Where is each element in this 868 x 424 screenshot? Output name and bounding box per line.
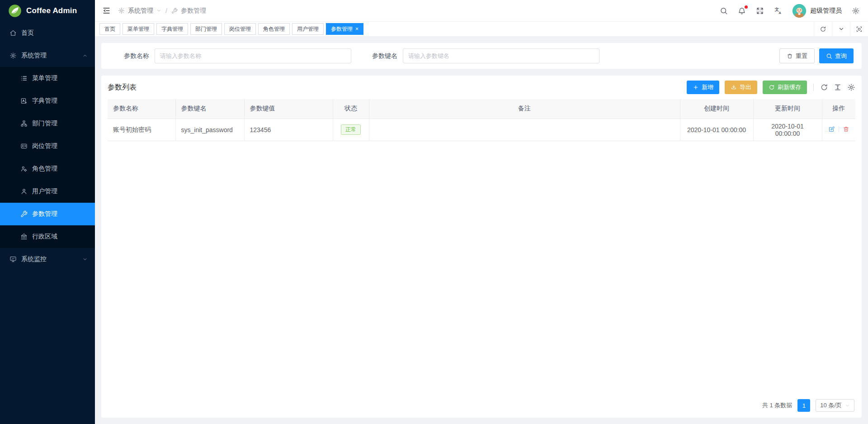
- sidebar-item-system[interactable]: 系统管理: [0, 44, 95, 67]
- refresh-icon: [820, 83, 828, 91]
- sidebar-item-param-mgmt[interactable]: 参数管理: [0, 203, 95, 225]
- user-menu[interactable]: 超级管理员: [793, 4, 842, 18]
- sidebar-item-label: 角色管理: [32, 165, 57, 173]
- refresh-icon: [769, 84, 775, 91]
- sidebar-item-region[interactable]: 行政区域: [0, 225, 95, 248]
- sidebar-item-label: 系统管理: [21, 52, 47, 60]
- sidebar-item-post-mgmt[interactable]: 岗位管理: [0, 135, 95, 157]
- cell-remark: [369, 119, 680, 141]
- page-button-1[interactable]: 1: [797, 399, 810, 412]
- tab-label: 字典管理: [161, 25, 183, 33]
- tab-dept-mgmt[interactable]: 部门管理: [190, 23, 222, 35]
- table-settings-button[interactable]: [847, 83, 855, 91]
- tab-role-mgmt[interactable]: 角色管理: [258, 23, 290, 35]
- col-header-status[interactable]: 状态: [333, 99, 369, 119]
- expand-arrows-icon: [756, 7, 764, 15]
- tab-dropdown-button[interactable]: [832, 22, 850, 37]
- chevron-up-icon: [82, 53, 88, 58]
- download-icon: [731, 84, 737, 91]
- sidebar-item-monitor[interactable]: 系统监控: [0, 248, 95, 271]
- topbar-actions: 文A 超级管理员: [720, 4, 860, 18]
- sidebar-collapse-button[interactable]: [102, 6, 111, 15]
- language-button[interactable]: 文A: [774, 6, 783, 15]
- roles-icon: [20, 165, 28, 172]
- param-key-input[interactable]: [403, 48, 599, 63]
- table-row[interactable]: 账号初始密码 sys_init_password 123456 正常 2020-…: [108, 119, 855, 141]
- dictionary-icon: [20, 97, 28, 105]
- add-button[interactable]: 新增: [687, 81, 719, 94]
- cell-status: 正常: [333, 119, 369, 141]
- sidebar-submenu-system: 菜单管理 字典管理 部门管理 岗位管理: [0, 67, 95, 248]
- page-size-value: 10 条/页: [820, 401, 842, 410]
- frame-corners-icon: [856, 26, 863, 33]
- gear-icon: [118, 7, 125, 14]
- sidebar-item-label: 菜单管理: [32, 74, 57, 82]
- tab-menu-mgmt[interactable]: 菜单管理: [123, 23, 154, 35]
- app-logo[interactable]: Coffee Admin: [0, 0, 95, 22]
- col-header-update-time[interactable]: 更新时间: [753, 99, 822, 119]
- tab-post-mgmt[interactable]: 岗位管理: [224, 23, 256, 35]
- search-actions: 重置 查询: [779, 48, 854, 63]
- gear-icon: [847, 83, 855, 91]
- query-button[interactable]: 查询: [819, 48, 854, 63]
- indent-left-icon: [102, 6, 111, 15]
- settings-button[interactable]: [852, 7, 860, 15]
- sidebar-item-menu-mgmt[interactable]: 菜单管理: [0, 67, 95, 90]
- breadcrumb-item-system[interactable]: 系统管理: [128, 7, 153, 15]
- sidebar-item-label: 字典管理: [32, 97, 57, 105]
- user-icon: [20, 188, 28, 195]
- tab-home[interactable]: 首页: [99, 23, 120, 35]
- trash-icon: [787, 53, 793, 59]
- edit-icon: [828, 126, 835, 133]
- breadcrumb: 系统管理 / 参数管理: [118, 7, 206, 15]
- user-name: 超级管理员: [810, 7, 842, 15]
- tab-label: 参数管理: [331, 25, 353, 33]
- col-header-param-name[interactable]: 参数名称: [108, 99, 175, 119]
- sidebar-item-dept-mgmt[interactable]: 部门管理: [0, 112, 95, 135]
- table-toolbar: 新增 导出 刷新缓存: [687, 81, 855, 94]
- col-header-create-time[interactable]: 创建时间: [680, 99, 753, 119]
- status-badge: 正常: [341, 124, 361, 135]
- sidebar-item-dict-mgmt[interactable]: 字典管理: [0, 90, 95, 112]
- tab-dict-mgmt[interactable]: 字典管理: [156, 23, 188, 35]
- sidebar-item-home[interactable]: 首页: [0, 22, 95, 44]
- reset-button-label: 重置: [796, 52, 807, 60]
- app-root: Coffee Admin 首页 系统管理 菜单管理: [0, 0, 868, 424]
- tab-label: 用户管理: [297, 25, 319, 33]
- refresh-cache-button[interactable]: 刷新缓存: [763, 81, 807, 94]
- search-button[interactable]: [720, 7, 728, 15]
- table-density-button[interactable]: [834, 83, 842, 91]
- tab-param-mgmt[interactable]: 参数管理 ×: [326, 23, 363, 35]
- sidebar-item-user-mgmt[interactable]: 用户管理: [0, 180, 95, 203]
- table-refresh-button[interactable]: [820, 83, 828, 91]
- col-header-param-value[interactable]: 参数键值: [244, 99, 333, 119]
- param-name-input[interactable]: [155, 48, 351, 63]
- edit-row-button[interactable]: [828, 126, 835, 133]
- sidebar: Coffee Admin 首页 系统管理 菜单管理: [0, 0, 95, 424]
- org-tree-icon: [20, 120, 28, 127]
- text-height-icon: [834, 83, 842, 91]
- tab-user-mgmt[interactable]: 用户管理: [292, 23, 324, 35]
- tab-close-icon[interactable]: ×: [355, 26, 359, 32]
- page-size-select[interactable]: 10 条/页: [816, 399, 854, 412]
- translate-icon: 文A: [774, 6, 783, 15]
- sidebar-item-role-mgmt[interactable]: 角色管理: [0, 157, 95, 180]
- notification-badge-dot: [745, 5, 748, 9]
- gear-icon: [9, 52, 17, 59]
- content-area: 参数名称 参数键名 重置 查询: [95, 37, 868, 424]
- fullscreen-button[interactable]: [756, 7, 764, 15]
- card-title: 参数列表: [108, 83, 137, 92]
- tab-maximize-button[interactable]: [850, 22, 868, 37]
- add-button-label: 新增: [702, 83, 713, 91]
- col-header-param-key[interactable]: 参数键名: [175, 99, 244, 119]
- col-header-actions: 操作: [822, 99, 855, 119]
- export-button[interactable]: 导出: [725, 81, 757, 94]
- col-header-remark[interactable]: 备注: [369, 99, 680, 119]
- notifications-button[interactable]: [738, 7, 746, 15]
- tab-refresh-button[interactable]: [814, 22, 832, 37]
- delete-row-button[interactable]: [843, 126, 849, 133]
- reset-button[interactable]: 重置: [779, 48, 815, 63]
- param-list-card: 参数列表 新增 导出 刷新缓存: [101, 76, 862, 418]
- action-divider: [839, 126, 839, 132]
- cell-param-value: 123456: [244, 119, 333, 141]
